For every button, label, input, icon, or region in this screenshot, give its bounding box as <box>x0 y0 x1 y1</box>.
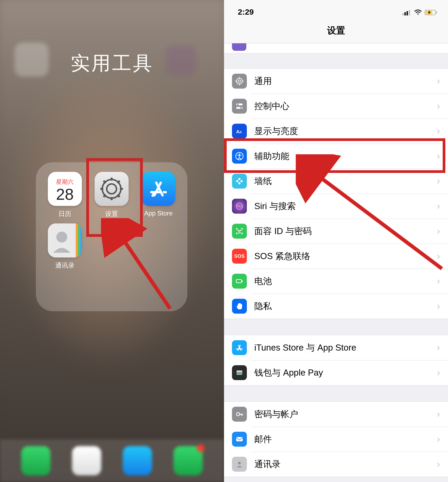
siri-icon <box>232 199 247 214</box>
chevron-right-icon: › <box>437 342 440 353</box>
svg-point-19 <box>56 232 67 243</box>
row-label: SOS 紧急联络 <box>254 250 437 262</box>
dock-app[interactable] <box>174 446 203 475</box>
calendar-day: 28 <box>56 186 74 202</box>
row-mail[interactable]: 邮件 › <box>224 427 448 452</box>
row-label: 通讯录 <box>254 458 437 470</box>
row-wallet[interactable]: 钱包与 Apple Pay › <box>224 360 448 385</box>
chevron-right-icon: › <box>437 76 440 87</box>
status-time: 2:29 <box>238 7 254 16</box>
svg-point-62 <box>236 413 240 416</box>
svg-rect-18 <box>80 223 82 257</box>
svg-rect-28 <box>436 11 437 14</box>
row-accessibility[interactable]: 辅助功能 › <box>224 144 448 169</box>
svg-rect-23 <box>404 12 406 15</box>
svg-point-37 <box>237 104 239 105</box>
row-general[interactable]: 通用 › <box>224 69 448 94</box>
status-bar: 2:29 <box>224 0 448 18</box>
battery-charging-icon <box>425 10 437 16</box>
chevron-right-icon: › <box>437 409 440 420</box>
page-title: 设置 <box>327 24 345 37</box>
row-label: 墙纸 <box>254 175 437 187</box>
svg-point-30 <box>236 78 242 84</box>
svg-text:A: A <box>239 130 242 134</box>
row-contacts[interactable]: 通讯录 › <box>224 452 448 477</box>
calendar-weekday: 星期六 <box>56 178 74 186</box>
svg-text:A: A <box>236 129 239 134</box>
svg-rect-53 <box>242 280 243 282</box>
row-siri[interactable]: Siri 与搜索 › <box>224 194 448 219</box>
home-folder-screen: 实用工具 星期六 28 日历 设置 <box>0 0 224 482</box>
settings-list: 通用 › 控制中心 › AA 显示与亮度 › 辅助功能 › 墙纸 › <box>224 68 448 477</box>
key-icon <box>232 407 247 422</box>
wallet-icon <box>232 365 247 380</box>
svg-rect-17 <box>78 223 80 257</box>
contacts-icon <box>232 457 247 472</box>
chevron-right-icon: › <box>437 126 440 137</box>
app-calendar[interactable]: 星期六 28 日历 <box>48 172 82 218</box>
svg-rect-61 <box>236 373 242 375</box>
sos-icon: SOS <box>232 249 247 264</box>
row-label: 显示与亮度 <box>254 125 437 137</box>
dock-app[interactable] <box>72 446 101 475</box>
row-privacy[interactable]: 隐私 › <box>224 294 448 319</box>
settings-group: 密码与帐户 › 邮件 › 通讯录 › <box>224 401 448 477</box>
svg-point-31 <box>238 80 241 82</box>
row-label: 电池 <box>254 275 437 287</box>
row-label: 钱包与 Apple Pay <box>254 367 437 379</box>
svg-point-45 <box>240 180 243 182</box>
dock-app[interactable] <box>123 446 152 475</box>
nav-header: 设置 <box>224 18 448 43</box>
row-display[interactable]: AA 显示与亮度 › <box>224 119 448 144</box>
svg-point-43 <box>239 154 240 155</box>
settings-group: iTunes Store 与 App Store › 钱包与 Apple Pay… <box>224 335 448 385</box>
toggles-icon <box>232 99 247 114</box>
text-size-icon: AA <box>232 124 247 139</box>
row-label: 隐私 <box>254 300 437 312</box>
svg-point-50 <box>238 230 239 231</box>
dock-app[interactable] <box>21 446 50 475</box>
row-itunes[interactable]: iTunes Store 与 App Store › <box>224 335 448 360</box>
battery-icon <box>232 274 247 289</box>
chevron-right-icon: › <box>437 151 440 162</box>
svg-line-14 <box>153 194 153 196</box>
svg-rect-66 <box>236 437 243 441</box>
row-label: Siri 与搜索 <box>254 200 437 212</box>
faceid-icon <box>232 224 247 239</box>
list-item-partial[interactable] <box>224 43 448 53</box>
chevron-right-icon: › <box>437 251 440 262</box>
svg-rect-52 <box>236 280 242 283</box>
settings-group: 通用 › 控制中心 › AA 显示与亮度 › 辅助功能 › 墙纸 › <box>224 68 448 319</box>
svg-rect-60 <box>236 372 242 373</box>
row-sos[interactable]: SOS SOS 紧急联络 › <box>224 244 448 269</box>
row-label: 通用 <box>254 75 437 87</box>
svg-rect-24 <box>407 11 408 15</box>
mail-icon <box>232 432 247 447</box>
cellular-signal-icon <box>402 10 411 16</box>
flower-icon <box>232 174 247 189</box>
row-passwords[interactable]: 密码与帐户 › <box>224 402 448 427</box>
row-battery[interactable]: 电池 › <box>224 269 448 294</box>
chevron-right-icon: › <box>437 226 440 237</box>
row-label: 面容 ID 与密码 <box>254 225 437 237</box>
row-label: iTunes Store 与 App Store <box>254 342 437 354</box>
wifi-icon <box>414 10 422 16</box>
annotation-highlight-box <box>86 158 143 237</box>
row-control-center[interactable]: 控制中心 › <box>224 94 448 119</box>
row-icon-partial <box>232 43 246 51</box>
svg-point-44 <box>238 178 240 180</box>
hand-icon <box>232 299 247 314</box>
chevron-right-icon: › <box>437 101 440 112</box>
svg-rect-16 <box>76 223 78 257</box>
app-contacts[interactable]: 通讯录 <box>48 223 82 270</box>
svg-rect-22 <box>402 13 404 15</box>
row-faceid[interactable]: 面容 ID 与密码 › <box>224 219 448 244</box>
svg-point-46 <box>238 182 240 184</box>
gear-icon <box>232 74 247 89</box>
dock <box>0 439 224 482</box>
svg-point-47 <box>236 180 238 182</box>
row-label: 辅助功能 <box>254 150 437 162</box>
svg-point-67 <box>238 462 241 464</box>
app-appstore[interactable]: App Store <box>141 172 175 218</box>
row-wallpaper[interactable]: 墙纸 › <box>224 169 448 194</box>
